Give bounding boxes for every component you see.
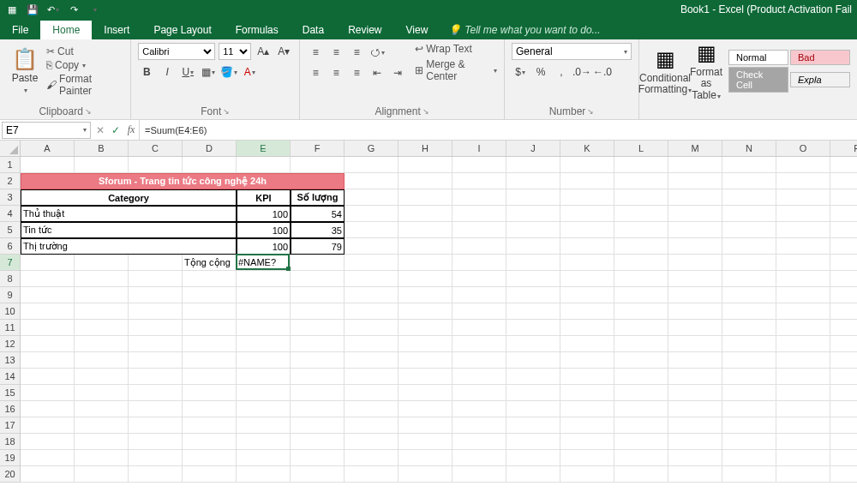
tell-me[interactable]: 💡Tell me what you want to do... <box>440 21 608 39</box>
cell-header-category[interactable]: Category <box>21 189 237 206</box>
row-header[interactable]: 17 <box>0 417 20 434</box>
dialog-launcher-icon[interactable]: ↘ <box>223 107 230 116</box>
column-header[interactable]: G <box>345 141 399 156</box>
row-header[interactable]: 20 <box>0 466 20 483</box>
name-box[interactable]: E7▾ <box>2 122 91 139</box>
align-top-button[interactable]: ≡ <box>307 44 324 61</box>
cell[interactable]: 79 <box>291 238 345 255</box>
percent-button[interactable]: % <box>532 63 549 81</box>
decrease-font-button[interactable]: A▾ <box>275 43 292 60</box>
tab-data[interactable]: Data <box>291 21 336 39</box>
undo-icon[interactable]: ↶▾ <box>46 3 60 16</box>
align-middle-button[interactable]: ≡ <box>327 44 345 61</box>
align-right-button[interactable]: ≡ <box>348 64 365 81</box>
align-center-button[interactable]: ≡ <box>327 64 345 81</box>
row-header[interactable]: 2 <box>0 173 20 189</box>
row-header[interactable]: 7 <box>0 255 20 271</box>
style-normal[interactable]: Normal <box>728 50 788 65</box>
chevron-down-icon[interactable]: ▾ <box>56 6 59 14</box>
increase-font-button[interactable]: A▴ <box>255 43 272 60</box>
cell[interactable]: 100 <box>237 238 291 255</box>
cell[interactable]: Thị trường <box>21 238 237 255</box>
cancel-formula-button[interactable]: ✕ <box>93 124 108 136</box>
column-header[interactable]: E <box>237 141 291 156</box>
column-header[interactable]: L <box>614 141 668 156</box>
row-header[interactable]: 4 <box>0 206 20 222</box>
select-all-corner[interactable] <box>0 141 21 157</box>
row-header[interactable]: 11 <box>0 320 20 336</box>
italic-button[interactable]: I <box>159 63 176 81</box>
underline-button[interactable]: U▾ <box>179 63 196 81</box>
cell[interactable]: 100 <box>237 206 291 222</box>
tab-home[interactable]: Home <box>40 21 92 39</box>
column-header[interactable]: A <box>21 141 75 156</box>
decrease-decimal-button[interactable]: ←.0 <box>594 63 611 81</box>
column-header[interactable]: I <box>452 141 506 156</box>
row-header[interactable]: 5 <box>0 222 20 238</box>
tab-view[interactable]: View <box>394 21 440 39</box>
column-header[interactable]: M <box>668 141 722 156</box>
copy-button[interactable]: ⎘Copy▾ <box>46 59 123 71</box>
tab-page-layout[interactable]: Page Layout <box>141 21 223 39</box>
increase-indent-button[interactable]: ⇥ <box>389 64 406 81</box>
chevron-down-icon[interactable]: ▾ <box>83 126 87 134</box>
cell-header-kpi[interactable]: KPI <box>237 189 291 206</box>
row-header[interactable]: 18 <box>0 434 20 450</box>
column-header[interactable]: K <box>560 141 614 156</box>
formula-input[interactable]: =Suum(E4:E6) <box>139 120 857 140</box>
row-header[interactable]: 3 <box>0 189 20 206</box>
dialog-launcher-icon[interactable]: ↘ <box>423 107 429 116</box>
row-header[interactable]: 9 <box>0 287 20 303</box>
column-header[interactable]: P <box>830 141 857 156</box>
increase-decimal-button[interactable]: .0→ <box>573 63 590 81</box>
font-name-select[interactable]: Calibri <box>138 43 215 60</box>
fx-icon[interactable]: fx <box>123 123 139 136</box>
comma-button[interactable]: , <box>553 63 570 81</box>
row-header[interactable]: 14 <box>0 369 20 385</box>
column-header[interactable]: H <box>399 141 452 156</box>
cell[interactable]: 100 <box>237 222 291 238</box>
cell-header-qty[interactable]: Số lượng <box>291 189 345 206</box>
bold-button[interactable]: B <box>138 63 155 81</box>
cell[interactable]: 54 <box>291 206 345 222</box>
style-check-cell[interactable]: Check Cell <box>728 67 788 93</box>
row-header[interactable]: 8 <box>0 271 20 287</box>
paste-button[interactable]: 📋 Paste▾ <box>7 43 43 99</box>
column-header[interactable]: D <box>183 141 237 156</box>
font-size-select[interactable]: 11 <box>219 43 251 60</box>
row-header[interactable]: 19 <box>0 450 20 466</box>
font-color-button[interactable]: A▾ <box>241 63 258 81</box>
align-bottom-button[interactable]: ≡ <box>348 44 365 61</box>
tab-review[interactable]: Review <box>336 21 393 39</box>
qat-customize-icon[interactable]: ▾ <box>87 3 101 16</box>
column-header[interactable]: O <box>776 141 830 156</box>
cell[interactable]: Tin tức <box>21 222 237 238</box>
number-format-select[interactable]: General▾ <box>512 43 632 60</box>
row-header[interactable]: 1 <box>0 157 20 173</box>
tab-insert[interactable]: Insert <box>92 21 141 39</box>
format-as-table-button[interactable]: ▦ Format as Table▾ <box>687 43 725 99</box>
style-bad[interactable]: Bad <box>790 50 850 65</box>
row-header[interactable]: 12 <box>0 336 20 352</box>
row-header[interactable]: 10 <box>0 303 20 320</box>
cell-title[interactable]: Sforum - Trang tin tức công nghệ 24h <box>21 173 345 189</box>
cell[interactable]: 35 <box>291 222 345 238</box>
fill-color-button[interactable]: 🪣▾ <box>220 63 237 81</box>
save-icon[interactable]: 💾 <box>26 3 39 16</box>
tab-file[interactable]: File <box>0 21 40 39</box>
cell-total-label[interactable]: Tộng cộng <box>183 255 237 271</box>
dialog-launcher-icon[interactable]: ↘ <box>85 107 92 116</box>
column-header[interactable]: C <box>129 141 183 156</box>
column-header[interactable]: F <box>291 141 345 156</box>
orientation-button[interactable]: ⭯▾ <box>369 44 386 61</box>
column-header[interactable]: B <box>75 141 129 156</box>
cell-grid[interactable]: Sforum - Trang tin tức công nghệ 24h Cat… <box>21 157 857 483</box>
row-header[interactable]: 15 <box>0 385 20 401</box>
format-painter-button[interactable]: 🖌Format Painter <box>46 73 123 97</box>
style-explanatory[interactable]: Expla <box>790 72 850 87</box>
merge-center-button[interactable]: ⊞Merge & Center▾ <box>415 58 497 82</box>
row-header[interactable]: 16 <box>0 401 20 417</box>
align-left-button[interactable]: ≡ <box>307 64 324 81</box>
tab-formulas[interactable]: Formulas <box>224 21 291 39</box>
redo-icon[interactable]: ↷ <box>67 3 81 16</box>
